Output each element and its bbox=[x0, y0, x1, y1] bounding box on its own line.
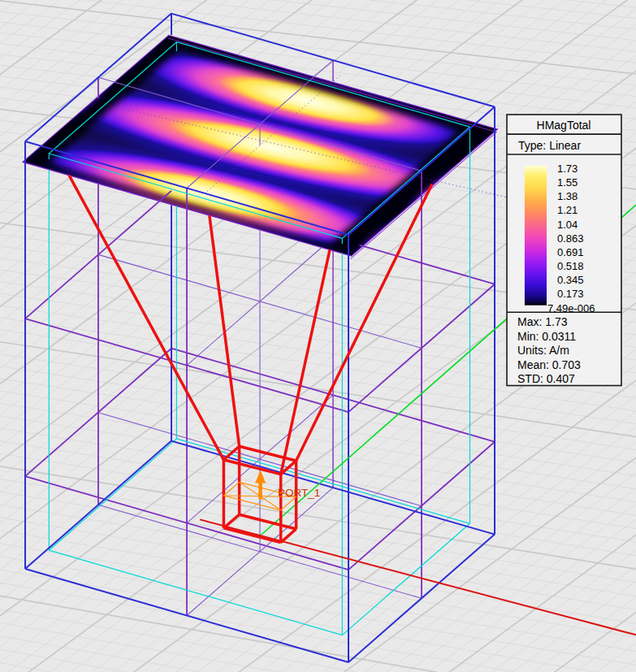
svg-text:1.04: 1.04 bbox=[557, 219, 578, 231]
svg-text:0.691: 0.691 bbox=[557, 246, 584, 258]
svg-text:0.518: 0.518 bbox=[557, 260, 584, 272]
svg-text:1.73: 1.73 bbox=[557, 163, 578, 175]
svg-text:0.863: 0.863 bbox=[557, 232, 584, 245]
svg-text:0.173: 0.173 bbox=[557, 288, 584, 300]
svg-text:PORT_1: PORT_1 bbox=[278, 487, 320, 499]
svg-text:Max: 1.73: Max: 1.73 bbox=[517, 315, 568, 328]
svg-text:7.49e-006: 7.49e-006 bbox=[547, 302, 595, 314]
svg-text:0.345: 0.345 bbox=[557, 274, 584, 286]
svg-text:STD: 0.407: STD: 0.407 bbox=[517, 372, 575, 385]
svg-text:1.38: 1.38 bbox=[557, 190, 578, 202]
svg-text:Units: A/m: Units: A/m bbox=[517, 344, 569, 357]
svg-text:Min: 0.0311: Min: 0.0311 bbox=[517, 330, 576, 343]
svg-text:Type: Linear: Type: Linear bbox=[518, 139, 581, 152]
svg-text:HMagTotal: HMagTotal bbox=[537, 119, 591, 132]
svg-text:Mean: 0.703: Mean: 0.703 bbox=[517, 358, 581, 371]
svg-text:1.21: 1.21 bbox=[557, 204, 578, 216]
svg-text:1.55: 1.55 bbox=[557, 176, 578, 189]
